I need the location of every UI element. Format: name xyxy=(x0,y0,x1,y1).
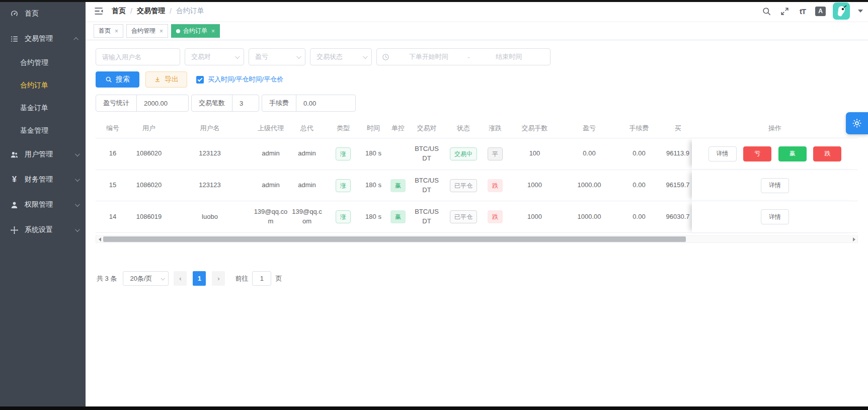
cell-fee: 0.00 xyxy=(614,201,664,233)
type-tag: 涨 xyxy=(336,147,351,160)
cell-general-agent: 139@qq.com xyxy=(290,201,324,233)
active-tab-dot xyxy=(176,29,180,33)
time-columns-checkbox-wrap[interactable]: 买入时间/平仓时间/平仓价 xyxy=(196,75,283,84)
person-icon xyxy=(10,201,19,209)
scrollbar-track[interactable] xyxy=(103,236,850,242)
pnl-select[interactable]: 盈亏 xyxy=(249,48,305,65)
fall-button[interactable]: 跌 xyxy=(813,146,841,161)
col-control: 单控 xyxy=(384,120,412,138)
font-size-icon[interactable]: tT xyxy=(797,6,808,17)
cell-profit: 0.00 xyxy=(564,138,614,170)
updown-tag: 跌 xyxy=(488,179,503,192)
updown-tag: 跌 xyxy=(488,210,503,223)
close-icon[interactable]: × xyxy=(160,28,163,35)
cell-pair: BTC/USDT xyxy=(412,138,442,170)
cell-user: 1086019 xyxy=(130,201,168,233)
date-range-picker[interactable]: 下单开始时间 - 结束时间 xyxy=(376,48,550,65)
cell-profit: 1000.00 xyxy=(564,170,614,201)
col-type: 类型 xyxy=(324,120,362,138)
breadcrumb-current: 合约订单 xyxy=(176,7,204,16)
col-lots: 交易手数 xyxy=(505,120,564,138)
cell-username: luobo xyxy=(168,201,252,233)
sidebar-item-label: 权限管理 xyxy=(25,200,75,209)
gear-icon xyxy=(851,118,862,129)
sidebar-item-label: 基金管理 xyxy=(20,126,48,135)
pagination: 共 3 条 20条/页 ‹ 1 › 前往 页 xyxy=(96,271,858,286)
goto-label: 前往 xyxy=(235,274,248,283)
col-agent: 上级代理 xyxy=(252,120,290,138)
detail-button[interactable]: 详情 xyxy=(761,178,789,193)
control-tag: 赢 xyxy=(390,210,406,223)
sidebar-item-contract-management[interactable]: 合约管理 xyxy=(0,51,86,74)
breadcrumb-home[interactable]: 首页 xyxy=(112,7,126,16)
count-stat-value: 3 xyxy=(232,95,250,111)
checkbox-label: 买入时间/平仓时间/平仓价 xyxy=(208,75,283,84)
sidebar-item-trade-management[interactable]: 交易管理 xyxy=(0,26,86,51)
sidebar-item-label: 交易管理 xyxy=(25,34,75,43)
goto-page-group: 前往 页 xyxy=(235,271,282,286)
sidebar-item-user-management[interactable]: 用户管理 xyxy=(0,142,86,167)
loss-button[interactable]: 亏 xyxy=(743,146,771,161)
window-top-edge xyxy=(0,0,868,2)
sidebar-item-system-settings[interactable]: 系统设置 xyxy=(0,217,86,242)
sidebar-item-fund-management[interactable]: 基金管理 xyxy=(0,119,86,142)
count-stat-box: 交易笔数 3 xyxy=(191,95,259,112)
end-time-placeholder: 结束时间 xyxy=(473,52,545,61)
prev-page-button[interactable]: ‹ xyxy=(174,271,187,286)
cell-user: 1086020 xyxy=(130,138,168,170)
cell-lots: 100 xyxy=(505,138,564,170)
tab-contract-management[interactable]: 合约管理 × xyxy=(126,24,168,38)
chevron-down-icon xyxy=(75,202,80,207)
page-size-select[interactable]: 20条/页 xyxy=(123,271,169,286)
cell-lots: 1000 xyxy=(505,201,564,233)
avatar-dropdown-caret-icon[interactable] xyxy=(858,10,863,13)
language-icon[interactable]: A xyxy=(815,7,826,16)
close-icon[interactable]: × xyxy=(115,28,118,35)
pnl-select-placeholder: 盈亏 xyxy=(255,52,268,61)
breadcrumb-trade[interactable]: 交易管理 xyxy=(137,7,165,16)
sidebar-item-finance-management[interactable]: ¥ 财务管理 xyxy=(0,167,86,192)
sidebar-item-home[interactable]: 首页 xyxy=(0,1,86,26)
sidebar-submenu-trade: 合约管理 合约订单 基金订单 基金管理 xyxy=(0,51,86,142)
detail-button[interactable]: 详情 xyxy=(761,209,789,224)
sidebar-item-permission-management[interactable]: 权限管理 xyxy=(0,192,86,217)
col-status: 状态 xyxy=(442,120,485,138)
win-button[interactable]: 赢 xyxy=(778,146,807,161)
sidebar-item-fund-orders[interactable]: 基金订单 xyxy=(0,97,86,119)
cell-actions: 详情 xyxy=(692,201,858,233)
pair-select[interactable]: 交易对 xyxy=(185,48,244,65)
goto-page-input[interactable] xyxy=(252,271,271,286)
avatar[interactable] xyxy=(833,3,850,20)
search-button[interactable]: 搜索 xyxy=(96,71,139,88)
settings-panel-button[interactable] xyxy=(846,112,868,134)
detail-button[interactable]: 详情 xyxy=(708,146,737,161)
trade-list-icon xyxy=(10,35,19,43)
cell-fee: 0.00 xyxy=(614,138,664,170)
hamburger-icon[interactable] xyxy=(94,6,104,16)
cell-id: 16 xyxy=(96,138,130,170)
action-row: 搜索 导出 买入时间/平仓时间/平仓价 xyxy=(96,71,858,88)
scroll-right-arrow-icon[interactable] xyxy=(850,236,857,242)
next-page-button[interactable]: › xyxy=(212,271,225,286)
scrollbar-thumb[interactable] xyxy=(103,236,686,242)
pair-select-placeholder: 交易对 xyxy=(191,52,211,61)
export-button[interactable]: 导出 xyxy=(145,71,187,88)
status-select-placeholder: 交易状态 xyxy=(317,52,343,61)
current-page-button[interactable]: 1 xyxy=(193,271,206,286)
search-icon[interactable] xyxy=(761,6,772,17)
trade-status-select[interactable]: 交易状态 xyxy=(310,48,372,65)
sidebar-item-contract-orders[interactable]: 合约订单 xyxy=(0,74,86,97)
close-icon[interactable]: × xyxy=(211,28,215,35)
window-bottom-edge xyxy=(0,406,868,410)
username-input[interactable] xyxy=(96,48,180,65)
tab-home[interactable]: 首页 × xyxy=(94,24,123,38)
scroll-left-arrow-icon[interactable] xyxy=(96,236,103,242)
clock-icon xyxy=(382,53,389,61)
checkbox-checked-icon[interactable] xyxy=(196,76,204,84)
date-separator: - xyxy=(467,53,469,61)
tab-contract-orders[interactable]: 合约订单 × xyxy=(171,24,220,38)
horizontal-scrollbar[interactable] xyxy=(96,235,858,243)
navbar-actions: tT A xyxy=(761,0,863,22)
cell-agent: admin xyxy=(252,138,290,170)
fullscreen-icon[interactable] xyxy=(779,6,790,17)
